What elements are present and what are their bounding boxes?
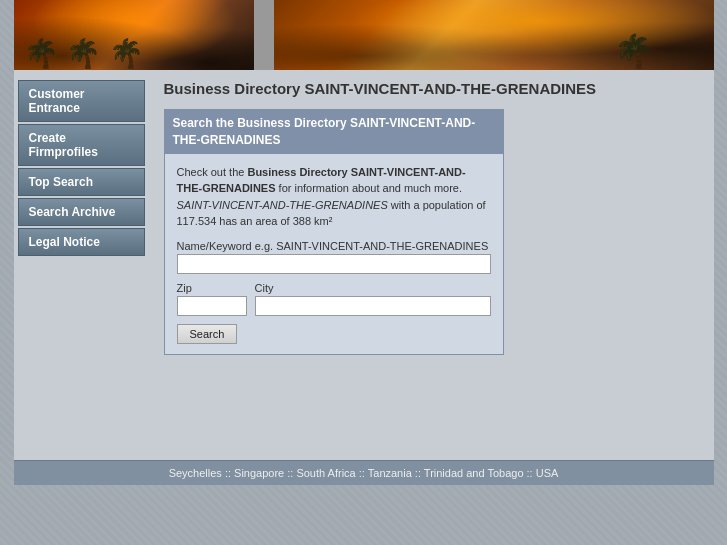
city-input[interactable] [255,296,491,316]
sidebar-item-create-firmprofiles[interactable]: Create Firmprofiles [18,124,145,166]
sidebar: Customer Entrance Create Firmprofiles To… [14,70,149,460]
sidebar-item-customer-entrance[interactable]: Customer Entrance [18,80,145,122]
name-keyword-input[interactable] [177,254,491,274]
main-area: Customer Entrance Create Firmprofiles To… [14,70,714,460]
city-label: City [255,282,491,294]
header-banner [14,0,714,70]
desc-text-1: Check out the [177,166,248,178]
zip-field: Zip [177,282,247,316]
search-button[interactable]: Search [177,324,238,344]
zip-city-row: Zip City [177,282,491,316]
zip-label: Zip [177,282,247,294]
search-box: Search the Business Directory SAINT-VINC… [164,109,504,355]
zip-input[interactable] [177,296,247,316]
desc-text-2: for information about and much more. [276,182,462,194]
banner-image-left [14,0,254,70]
sidebar-item-legal-notice[interactable]: Legal Notice [18,228,145,256]
page-wrapper: Customer Entrance Create Firmprofiles To… [14,0,714,485]
content-area: Business Directory SAINT-VINCENT-AND-THE… [149,70,714,460]
search-description: Check out the Business Directory SAINT-V… [177,164,491,230]
search-box-title: Search the Business Directory SAINT-VINC… [165,110,503,154]
city-field: City [255,282,491,316]
banner-divider [254,0,274,70]
banner-image-right [274,0,714,70]
name-label: Name/Keyword e.g. SAINT-VINCENT-AND-THE-… [177,240,491,252]
sidebar-item-search-archive[interactable]: Search Archive [18,198,145,226]
footer: Seychelles :: Singapore :: South Africa … [14,460,714,485]
page-title: Business Directory SAINT-VINCENT-AND-THE… [164,80,699,97]
footer-links: Seychelles :: Singapore :: South Africa … [169,467,559,479]
sidebar-item-top-search[interactable]: Top Search [18,168,145,196]
desc-italic: SAINT-VINCENT-AND-THE-GRENADINES [177,199,388,211]
